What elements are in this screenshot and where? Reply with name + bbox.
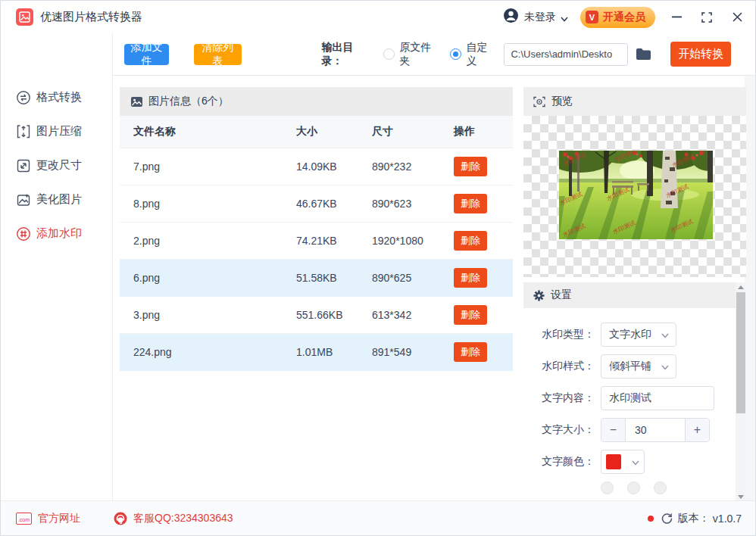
file-name: 8.png [120,198,296,210]
text-color-label: 文字颜色： [542,455,601,469]
delete-button[interactable]: 删除 [454,194,487,213]
table-column-header: 文件名称 大小 尺寸 操作 [120,116,513,148]
background-strip [745,76,755,501]
compress-icon [15,123,31,139]
sidebar-item-2[interactable]: 图片压缩 [1,114,112,148]
option-dot-1[interactable] [601,481,614,494]
sidebar-item-label: 美化图片 [36,192,82,207]
watermark-style-select[interactable]: 倾斜平铺 [601,354,676,379]
row-actions: 删除 [454,305,513,325]
delete-button[interactable]: 删除 [454,305,487,325]
output-path-input[interactable] [504,43,628,66]
text-content-label: 文字内容： [542,391,601,405]
delete-button[interactable]: 删除 [454,157,487,176]
table-row[interactable]: 8.png46.67KB890*623删除 [120,185,513,223]
chevron-down-icon [661,329,669,341]
transparency-checkerboard: 水印测试水印测试水印测试水印测试水印测试水印测试水印测试水印测试水印测试 [523,116,746,277]
text-color-select[interactable] [601,450,645,474]
file-table-panel: 图片信息（6个） 文件名称 大小 尺寸 操作 7.png14.09KB890*2… [120,87,513,371]
settings-section: 设置 水印类型： 文字水印 水印样式： [523,282,746,502]
table-row[interactable]: 7.png14.09KB890*232删除 [120,148,513,185]
radio-icon [383,48,395,60]
table-body: 7.png14.09KB890*232删除8.png46.67KB890*623… [120,148,513,371]
option-dot-2[interactable] [627,481,640,494]
sidebar-item-4[interactable]: 美化图片 [1,182,112,217]
login-status[interactable]: 未登录 [503,8,580,26]
option-dot-3[interactable] [654,481,667,494]
sidebar-item-label: 格式转换 [36,90,82,104]
size-value[interactable]: 30 [625,419,686,441]
image-icon [131,97,142,107]
row-actions: 删除 [454,342,513,362]
file-name: 2.png [120,235,296,247]
sidebar-item-label: 图片压缩 [36,124,82,139]
official-website-link[interactable]: .com 官方网址 [16,512,80,525]
table-row[interactable]: 2.png74.21KB1920*1080删除 [120,223,513,260]
delete-button[interactable]: 删除 [454,231,487,251]
start-convert-button[interactable]: 开始转换 [670,42,731,67]
qq-support-link[interactable]: 客服QQ:3234303643 [114,512,233,525]
right-panel: 预览 [523,87,746,502]
toolbar: 添加文件 清除列表 输出目录： 原文件夹 自定义 开始转换 [113,33,755,76]
sidebar-item-3[interactable]: 更改尺寸 [1,148,112,182]
version-label: 版本： [678,512,710,525]
settings-scrollbar[interactable] [736,282,746,502]
file-dimensions: 890*232 [372,160,454,173]
file-dimensions: 891*549 [372,346,454,358]
dotcom-icon: .com [16,513,32,525]
watermark-type-select[interactable]: 文字水印 [601,323,676,347]
file-dimensions: 890*623 [372,198,454,210]
file-size: 51.58KB [296,272,372,284]
file-name: 3.png [120,309,296,321]
file-size: 1.01MB [296,346,372,358]
delete-button[interactable]: 删除 [454,342,487,362]
settings-body: 水印类型： 文字水印 水印样式： 倾斜平铺 [523,308,736,502]
sidebar-item-label: 添加水印 [36,226,82,241]
sidebar-item-1[interactable]: 格式转换 [1,80,112,114]
sidebar-item-5[interactable]: 添加水印 [1,217,112,251]
user-icon [503,8,519,26]
add-files-button[interactable]: 添加文件 [124,44,169,65]
folder-browse-icon[interactable] [636,48,651,61]
customer-service-icon [114,512,127,525]
size-plus-button[interactable]: + [686,419,709,441]
file-dimensions: 890*625 [372,272,454,284]
table-row[interactable]: 224.png1.01MB891*549删除 [120,334,513,371]
table-row[interactable]: 3.png551.66KB613*342删除 [120,297,513,334]
radio-custom[interactable]: 自定义 [450,41,495,68]
watermark-icon [15,226,31,242]
text-size-label: 文字大小： [542,423,601,437]
size-minus-button[interactable]: − [601,419,625,441]
image-info-title: 图片信息（6个） [148,95,229,108]
radio-source-folder[interactable]: 原文件夹 [383,41,438,68]
delete-button[interactable]: 删除 [454,268,487,288]
refresh-icon[interactable] [661,513,673,524]
chevron-down-icon [632,455,639,469]
scroll-up-button[interactable] [736,282,746,292]
file-size: 74.21KB [296,235,372,247]
clear-list-button[interactable]: 清除列表 [194,44,242,65]
gear-icon [533,290,545,301]
table-row[interactable]: 6.png51.58KB890*625删除 [120,260,513,297]
row-actions: 删除 [454,231,513,251]
maximize-button[interactable] [692,1,722,33]
text-size-stepper: − 30 + [601,418,710,442]
vip-button[interactable]: V 开通会员 [580,7,655,28]
settings-title: 设置 [551,288,572,302]
footer-bar: .com 官方网址 客服QQ:3234303643 版本： v1.0.7 [1,500,755,535]
preview-image: 水印测试水印测试水印测试水印测试水印测试水印测试水印测试水印测试水印测试 [559,151,713,239]
color-swatch [606,454,621,469]
version-value: v1.0.7 [713,513,742,525]
minimize-button[interactable] [661,1,692,33]
text-content-input[interactable] [601,386,714,410]
close-button[interactable] [722,1,752,33]
image-info-header: 图片信息（6个） [120,87,513,116]
watermark-style-label: 水印样式： [542,360,601,373]
sidebar-menu: 格式转换图片压缩更改尺寸美化图片添加水印 [1,33,113,501]
file-name: 7.png [120,160,296,173]
main-content: 图片信息（6个） 文件名称 大小 尺寸 操作 7.png14.09KB890*2… [113,76,755,501]
vip-badge-icon: V [586,11,598,23]
scroll-thumb[interactable] [736,292,745,413]
preview-header: 预览 [523,87,746,116]
row-actions: 删除 [454,268,513,288]
